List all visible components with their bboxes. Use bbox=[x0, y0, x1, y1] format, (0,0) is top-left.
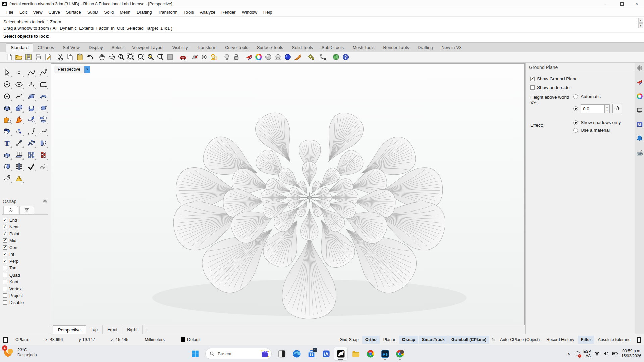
toolbar-tab-solid-tools[interactable]: Solid Tools bbox=[287, 44, 317, 52]
menu-edit[interactable]: Edit bbox=[16, 9, 30, 16]
viewport-dropdown-icon[interactable]: ▼ bbox=[84, 66, 90, 73]
height-value-radio[interactable] bbox=[573, 106, 578, 111]
status-millimeters[interactable]: Millimeters bbox=[145, 337, 165, 342]
osnap-checkbox-knot[interactable] bbox=[3, 280, 7, 284]
menu-tools[interactable]: Tools bbox=[180, 9, 197, 16]
block-instance-tool[interactable] bbox=[37, 149, 49, 161]
osnap-option-cen[interactable]: ✓Cen bbox=[3, 244, 47, 251]
osnap-option-mid[interactable]: ✓Mid bbox=[3, 237, 47, 244]
status-toggle-auto-cplane-object-[interactable]: Auto CPlane (Object) bbox=[497, 336, 543, 344]
blend-curve-tool[interactable] bbox=[37, 125, 49, 137]
automatic-option[interactable]: Automatic bbox=[573, 94, 631, 99]
menu-render[interactable]: Render bbox=[218, 9, 239, 16]
menu-file[interactable]: File bbox=[3, 9, 16, 16]
copy-icon[interactable] bbox=[66, 53, 74, 61]
status-toggle-smarttrack[interactable]: SmartTrack bbox=[419, 336, 448, 344]
height-value-option[interactable]: ▲▼ bbox=[573, 104, 631, 113]
osnap-option-tan[interactable]: Tan bbox=[3, 265, 47, 272]
language-indicator[interactable]: ESPLAA bbox=[583, 349, 591, 358]
show-underside-checkbox[interactable] bbox=[530, 85, 535, 90]
show-ground-plane-row[interactable]: ✓ Show Ground Plane bbox=[530, 76, 631, 82]
menu-view[interactable]: View bbox=[30, 9, 45, 16]
zoom-selected-icon[interactable] bbox=[146, 53, 155, 61]
osnap-tab[interactable] bbox=[3, 206, 18, 214]
close-button[interactable]: × bbox=[629, 0, 644, 8]
viewport-tab-top[interactable]: Top bbox=[86, 325, 103, 334]
status-toggle-gumball-cplane-[interactable]: Gumball (CPlane) bbox=[448, 336, 489, 344]
battery-icon[interactable] bbox=[612, 351, 618, 357]
command-area[interactable]: Select objects to lock: '_ZoomDrag a win… bbox=[0, 17, 644, 43]
status-toggle-osnap[interactable]: Osnap bbox=[399, 336, 418, 344]
extrude-surface-tool[interactable] bbox=[13, 149, 25, 161]
circle-tool[interactable] bbox=[1, 78, 13, 90]
menu-surface[interactable]: Surface bbox=[63, 9, 84, 16]
object-properties-icon[interactable] bbox=[210, 53, 219, 61]
options-icon[interactable] bbox=[307, 53, 316, 61]
layer-color-box-icon[interactable] bbox=[3, 337, 8, 343]
explode-tool[interactable] bbox=[13, 114, 25, 125]
menu-mesh[interactable]: Mesh bbox=[117, 9, 133, 16]
taskbar-app-task-view[interactable] bbox=[275, 347, 288, 360]
osnap-checkbox-vertex[interactable] bbox=[3, 287, 7, 291]
toolbar-tab-display[interactable]: Display bbox=[84, 44, 107, 52]
osnap-option-vertex[interactable]: Vertex bbox=[3, 285, 47, 292]
surface-from-points-tool[interactable] bbox=[25, 90, 37, 102]
status-toggle-planar[interactable]: Planar bbox=[380, 336, 398, 344]
menu-curve[interactable]: Curve bbox=[45, 9, 63, 16]
layers-icon[interactable] bbox=[636, 79, 643, 85]
osnap-option-near[interactable]: ✓Near bbox=[3, 224, 47, 231]
search-box[interactable]: Buscar bbox=[205, 348, 272, 359]
height-value-input[interactable] bbox=[581, 104, 605, 113]
use-material-radio[interactable] bbox=[573, 128, 578, 133]
split-tool[interactable] bbox=[37, 114, 49, 125]
polyline-tool[interactable] bbox=[37, 67, 49, 78]
toolbar-tab-standard[interactable]: Standard bbox=[6, 43, 33, 52]
automatic-radio[interactable] bbox=[573, 94, 578, 99]
toolbar-tab-select[interactable]: Select bbox=[107, 44, 128, 52]
fillet-curve-tool[interactable] bbox=[25, 125, 37, 137]
check-select-tool[interactable] bbox=[25, 161, 37, 172]
cplane-grid-icon[interactable] bbox=[191, 53, 199, 61]
shaded-view-icon[interactable] bbox=[264, 53, 273, 61]
osnap-option-end[interactable]: ✓End bbox=[3, 217, 47, 224]
status-toggle-grid-snap[interactable]: Grid Snap bbox=[336, 336, 361, 344]
pyramid-tool[interactable] bbox=[13, 172, 25, 184]
gear-icon[interactable] bbox=[636, 65, 643, 71]
status-y[interactable]: y 19.147 bbox=[79, 337, 95, 342]
set-view-icon[interactable] bbox=[200, 53, 209, 61]
help-icon[interactable]: ? bbox=[341, 53, 350, 61]
viewport-tab-right[interactable]: Right bbox=[122, 325, 142, 334]
onedrive-error-icon[interactable]: ✕ bbox=[574, 351, 580, 357]
gloves-tool[interactable] bbox=[1, 172, 13, 184]
toolbar-tab-curve-tools[interactable]: Curve Tools bbox=[221, 44, 252, 52]
polygon-tool[interactable] bbox=[1, 90, 13, 102]
gumball-lock-icon[interactable] bbox=[491, 337, 496, 342]
car-icon[interactable] bbox=[179, 53, 187, 61]
start-button[interactable] bbox=[189, 347, 202, 360]
toolbar-tab-render-tools[interactable]: Render Tools bbox=[379, 44, 413, 52]
group-objects-tool[interactable] bbox=[1, 161, 13, 172]
sweep-surface-tool[interactable] bbox=[37, 90, 49, 102]
text-object-tool[interactable]: T bbox=[1, 137, 13, 149]
maximize-button[interactable] bbox=[614, 0, 629, 8]
point-cloud-tool[interactable] bbox=[13, 125, 25, 137]
rectangular-array-tool[interactable] bbox=[25, 149, 37, 161]
osnap-checkbox-project[interactable] bbox=[3, 293, 7, 298]
menu-subd[interactable]: SubD bbox=[84, 9, 101, 16]
use-material-option[interactable]: Use a material bbox=[573, 127, 631, 133]
status-toggle-filter[interactable]: Filter bbox=[578, 336, 594, 344]
taskbar-app-file-explorer[interactable] bbox=[349, 347, 362, 360]
taskbar-app-photoshop[interactable]: Ps bbox=[378, 347, 392, 360]
taskbar-app-rhino[interactable]: 8 bbox=[334, 347, 347, 360]
taskbar-app-chrome-profile[interactable] bbox=[393, 347, 407, 360]
search-highlight-icon[interactable] bbox=[261, 349, 269, 358]
toolbar-tab-surface-tools[interactable]: Surface Tools bbox=[253, 44, 288, 52]
lightbulb-icon[interactable] bbox=[222, 53, 231, 61]
open-file-icon[interactable] bbox=[14, 53, 23, 61]
zoom-back-icon[interactable] bbox=[156, 53, 165, 61]
status-z[interactable]: z -15.445 bbox=[111, 337, 128, 342]
osnap-checkbox-point[interactable]: ✓ bbox=[3, 232, 7, 236]
boolean-union-tool[interactable] bbox=[1, 125, 13, 137]
viewport-canvas[interactable]: Perspective ▼ bbox=[51, 63, 525, 325]
sign-document-icon[interactable] bbox=[44, 53, 52, 61]
